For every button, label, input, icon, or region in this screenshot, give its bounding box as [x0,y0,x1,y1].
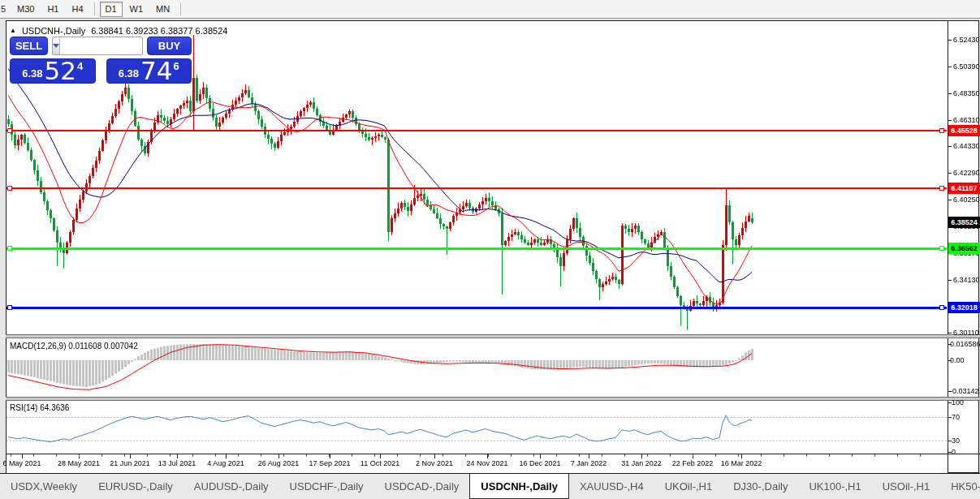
rsi-indicator-label: RSI(14) 64.3636 [10,403,69,412]
one-click-trading-panel: SELL BUY 6.38 52 4 6.38 74 6 [10,37,192,84]
tab-audusd-daily[interactable]: AUDUSD-,Daily [183,474,279,499]
sell-button[interactable]: SELL [10,37,48,55]
tab-uk100-h1[interactable]: UK100-,H1 [798,474,871,499]
tab-ukoil-h1[interactable]: UKOil-,H1 [654,474,723,499]
chart-title: ▲ USDCNH-,Daily 6.38841 6.39233 6.38377 … [10,25,227,36]
date-axis-divider [6,454,980,454]
volume-decrease-button[interactable] [53,37,60,54]
sell-price-digits: 52 [45,59,76,83]
buy-price-display[interactable]: 6.38 74 6 [106,58,192,84]
tab-usdcnh-daily[interactable]: USDCNH-,Daily [469,474,569,499]
buy-price-prefix: 6.38 [119,67,139,80]
tab-usdx-weekly[interactable]: USDX,Weekly [0,474,88,499]
chart-tab-bar: USDX,WeeklyEURUSD-,DailyAUDUSD-,DailyUSD… [0,473,980,499]
sell-price-pip: 4 [77,60,83,72]
collapse-chart-icon[interactable]: ▲ [10,27,16,34]
chart-ohlc-values: 6.38841 6.39233 6.38377 6.38524 [91,26,227,36]
volume-input[interactable] [60,37,143,54]
buy-price-pip: 6 [174,60,179,72]
tab-hk50-h1[interactable]: HK50-,H1 [940,474,980,499]
buy-button[interactable]: BUY [147,37,192,55]
price-axis-divider [948,20,948,473]
macd-pane-splitter[interactable] [6,334,980,338]
tab-usoil-h1[interactable]: USOil-,H1 [872,474,941,499]
rsi-pane-splitter[interactable] [6,397,980,401]
tab-usdcad-daily[interactable]: USDCAD-,Daily [374,474,470,499]
chart-symbol-label: USDCNH-,Daily [22,26,85,36]
tab-dj30-daily[interactable]: DJ30-,Daily [723,474,798,499]
chevron-down-icon [53,44,59,48]
tab-eurusd-daily[interactable]: EURUSD-,Daily [88,474,183,499]
tab-usdchf-daily[interactable]: USDCHF-,Daily [279,474,374,499]
tab-xauusd-h4[interactable]: XAUUSD-,H4 [569,474,654,499]
macd-indicator-label: MACD(12,26,9) 0.011608 0.007042 [10,342,138,351]
sell-price-display[interactable]: 6.38 52 4 [10,58,96,84]
sell-price-prefix: 6.38 [22,67,42,80]
metatrader-window: 5M30H1H4D1W1MN ▲ USDCNH-,Daily 6.38841 6… [0,0,980,499]
buy-price-digits: 74 [140,59,172,83]
volume-stepper [52,37,143,55]
